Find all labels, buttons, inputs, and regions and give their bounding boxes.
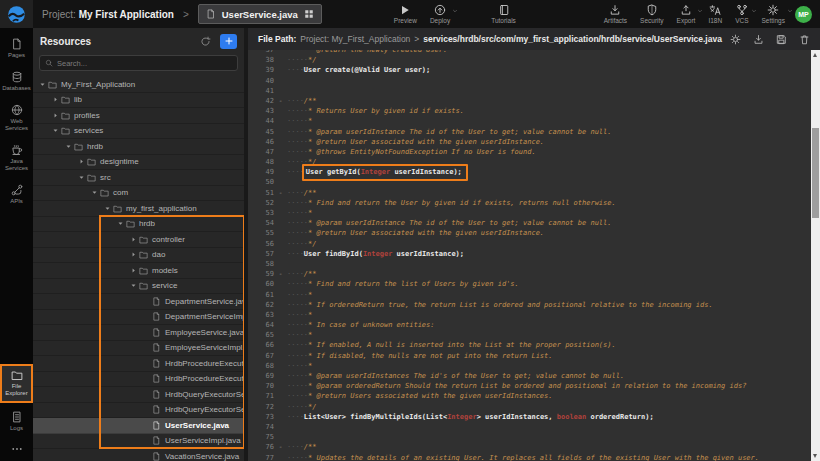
sidebar-item-web-services[interactable]: Web Services (0, 101, 33, 136)
line-number[interactable]: 71 (248, 391, 274, 401)
more-options-button[interactable] (11, 443, 23, 455)
caret-down-icon[interactable] (130, 282, 139, 289)
line-number[interactable]: 57 (248, 249, 274, 259)
caret-down-icon[interactable] (78, 174, 87, 181)
tree-folder-designtime[interactable]: designtime (33, 155, 244, 171)
line-number[interactable]: 51 (248, 188, 274, 198)
line-number[interactable]: 46 (248, 137, 274, 147)
line-number[interactable]: 73 (248, 412, 274, 422)
line-number[interactable]: 75 (248, 432, 274, 442)
sidebar-item-java-services[interactable]: Java Services (0, 141, 33, 176)
tree-file-hrdbprocedureexecutorserviceimpl-java[interactable]: HrdbProcedureExecutorServiceImpl.java (33, 372, 244, 388)
tree-file-departmentserviceimpl-java[interactable]: DepartmentServiceImpl.java (33, 310, 244, 326)
user-avatar[interactable]: MP (795, 6, 812, 23)
caret-right-icon[interactable] (130, 251, 139, 258)
caret-down-icon[interactable] (65, 143, 74, 150)
deploy-button[interactable]: Deploy (430, 4, 450, 24)
line-number[interactable]: 45 (248, 127, 274, 137)
line-number[interactable]: 59 (248, 269, 274, 279)
line-number[interactable]: 61 (248, 290, 274, 300)
tree-file-hrdbprocedureexecutorservice-java[interactable]: HrdbProcedureExecutorService.java (33, 356, 244, 372)
vcs-button[interactable]: VCS (735, 4, 748, 24)
caret-down-icon[interactable] (104, 205, 113, 212)
line-number[interactable]: 58 (248, 259, 274, 269)
add-resource-button[interactable] (220, 34, 237, 49)
line-number[interactable]: 62 (248, 300, 274, 310)
scrollbar-thumb[interactable] (812, 128, 819, 218)
download-tray-icon[interactable] (753, 34, 764, 45)
line-number[interactable]: 50 (248, 177, 274, 187)
fold-marker-icon[interactable]: - (274, 96, 287, 106)
tree-folder-dao[interactable]: dao (33, 248, 244, 264)
line-number[interactable]: 66 (248, 340, 274, 350)
line-number[interactable]: 54 (248, 218, 274, 228)
line-number[interactable]: 76 (248, 442, 274, 452)
sidebar-item-file-explorer[interactable]: File Explorer (0, 364, 33, 403)
settings-button[interactable]: Settings (762, 4, 786, 24)
line-number[interactable]: 68 (248, 361, 274, 371)
save-icon[interactable] (776, 34, 787, 45)
caret-down-icon[interactable] (117, 220, 126, 227)
tree-file-vacationservice-java[interactable]: VacationService.java (33, 449, 244, 461)
line-number[interactable]: 42 (248, 96, 274, 106)
tree-folder-service[interactable]: service (33, 279, 244, 295)
sidebar-item-pages[interactable]: Pages (0, 35, 33, 63)
tree-file-employeeserviceimpl-java[interactable]: EmployeeServiceImpl.java (33, 341, 244, 357)
tree-file-hrdbqueryexecutorservice-java[interactable]: HrdbQueryExecutorService.java (33, 387, 244, 403)
tree-folder-com[interactable]: com (33, 186, 244, 202)
line-number[interactable]: 77 (248, 453, 274, 461)
caret-right-icon[interactable] (130, 267, 139, 274)
tree-file-userservice-java[interactable]: UserService.java (33, 418, 244, 434)
tree-folder-lib[interactable]: lib (33, 93, 244, 109)
line-number[interactable]: 55 (248, 228, 274, 238)
tree-folder-hrdb[interactable]: hrdb (33, 217, 244, 233)
tree-folder-src[interactable]: src (33, 170, 244, 186)
tutorials-button[interactable]: Tutorials (491, 4, 516, 24)
line-number[interactable]: 64 (248, 320, 274, 330)
resources-search[interactable] (39, 55, 238, 71)
line-number[interactable]: 60 (248, 279, 274, 289)
gear-icon[interactable] (730, 34, 741, 45)
app-logo[interactable] (0, 0, 33, 28)
scroll-up-arrow-icon[interactable] (813, 53, 817, 57)
sidebar-item-apis[interactable]: APIs (0, 181, 33, 209)
line-number[interactable]: 69 (248, 371, 274, 381)
line-number[interactable]: 63 (248, 310, 274, 320)
tree-folder-services[interactable]: services (33, 124, 244, 140)
line-number[interactable]: 44 (248, 116, 274, 126)
tab-userservice-java[interactable]: UserService.java (198, 4, 322, 24)
tree-file-employeeservice-java[interactable]: EmployeeService.java (33, 325, 244, 341)
tree-file-hrdbqueryexecutorserviceimpl-java[interactable]: HrdbQueryExecutorServiceImpl.java (33, 403, 244, 419)
fold-marker-icon[interactable]: - (274, 188, 287, 198)
line-number[interactable]: 47 (248, 147, 274, 157)
i18n-button[interactable]: I18N (708, 4, 722, 24)
line-number[interactable]: 38 (248, 55, 274, 65)
line-number[interactable]: 49 (248, 167, 274, 177)
tree-file-departmentservice-java[interactable]: DepartmentService.java (33, 294, 244, 310)
tree-folder-controller[interactable]: controller (33, 232, 244, 248)
artifacts-button[interactable]: Artifacts (604, 4, 627, 24)
tree-folder-profiles[interactable]: profiles (33, 108, 244, 124)
line-number[interactable]: 72 (248, 402, 274, 412)
line-number[interactable]: 70 (248, 381, 274, 391)
line-number[interactable]: 67 (248, 351, 274, 361)
export-button[interactable]: Export (677, 4, 696, 24)
line-number[interactable]: 56 (248, 239, 274, 249)
line-number[interactable]: 43 (248, 106, 274, 116)
line-number[interactable]: 41 (248, 86, 274, 96)
sidebar-item-databases[interactable]: Databases (0, 68, 33, 96)
trash-icon[interactable] (799, 34, 810, 45)
search-input[interactable] (57, 59, 232, 68)
caret-right-icon[interactable] (78, 158, 87, 165)
line-number[interactable]: 48 (248, 157, 274, 167)
line-number[interactable]: 39 (248, 65, 274, 75)
tree-folder-my-first-application[interactable]: my_first_application (33, 201, 244, 217)
line-number[interactable]: 53 (248, 208, 274, 218)
tree-folder-hrdb[interactable]: hrdb (33, 139, 244, 155)
fold-marker-icon[interactable]: - (274, 442, 287, 452)
chevron-down-icon[interactable] (697, 8, 703, 14)
caret-right-icon[interactable] (52, 112, 61, 119)
caret-down-icon[interactable] (52, 127, 61, 134)
grid-icon[interactable] (304, 9, 314, 19)
tree-folder-models[interactable]: models (33, 263, 244, 279)
